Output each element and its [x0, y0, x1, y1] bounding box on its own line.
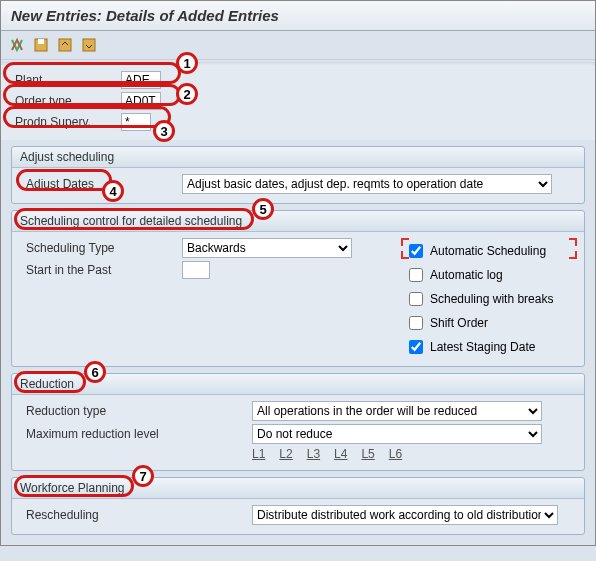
workforce-header: Workforce Planning — [12, 478, 584, 499]
level-l4: L4 — [334, 447, 347, 461]
plant-input[interactable] — [121, 71, 161, 89]
adjust-scheduling-group: Adjust scheduling Adjust Dates Adjust ba… — [11, 146, 585, 204]
prodn-superv-label: Prodn Superv. — [11, 113, 121, 131]
adjust-scheduling-header: Adjust scheduling — [12, 147, 584, 168]
shift-order-label: Shift Order — [430, 316, 488, 330]
save-as-icon[interactable] — [57, 37, 73, 53]
level-l6: L6 — [389, 447, 402, 461]
rescheduling-label: Rescheduling — [22, 506, 252, 524]
scheduling-breaks-checkbox[interactable] — [409, 292, 423, 306]
title-bar: New Entries: Details of Added Entries — [1, 1, 595, 31]
scheduling-control-header: Scheduling control for detailed scheduli… — [12, 211, 584, 232]
latest-staging-checkbox[interactable] — [409, 340, 423, 354]
svg-rect-2 — [59, 39, 71, 51]
scheduling-control-group: Scheduling control for detailed scheduli… — [11, 210, 585, 367]
automatic-log-label: Automatic log — [430, 268, 503, 282]
rescheduling-select[interactable]: Distribute distributed work according to… — [252, 505, 558, 525]
max-reduction-label: Maximum reduction level — [22, 425, 252, 443]
prodn-superv-input[interactable] — [121, 113, 151, 131]
shift-order-checkbox[interactable] — [409, 316, 423, 330]
scheduling-type-select[interactable]: Backwards — [182, 238, 352, 258]
toggle-icon[interactable] — [9, 37, 25, 53]
adjust-dates-label: Adjust Dates — [22, 175, 182, 193]
automatic-scheduling-checkbox[interactable] — [409, 244, 423, 258]
header-form: Plant 1 Order type 2 Prodn Superv. 3 — [1, 65, 595, 140]
plant-label: Plant — [11, 71, 121, 89]
reduction-type-label: Reduction type — [22, 402, 252, 420]
svg-rect-1 — [38, 39, 44, 44]
level-l2: L2 — [279, 447, 292, 461]
svg-rect-3 — [83, 39, 95, 51]
scheduling-type-label: Scheduling Type — [22, 239, 182, 257]
automatic-log-checkbox[interactable] — [409, 268, 423, 282]
export-icon[interactable] — [81, 37, 97, 53]
level-l3: L3 — [307, 447, 320, 461]
adjust-dates-select[interactable]: Adjust basic dates, adjust dep. reqmts t… — [182, 174, 552, 194]
reduction-type-select[interactable]: All operations in the order will be redu… — [252, 401, 542, 421]
scheduling-breaks-label: Scheduling with breaks — [430, 292, 553, 306]
order-type-label: Order type — [11, 92, 121, 110]
level-l5: L5 — [361, 447, 374, 461]
automatic-scheduling-label: Automatic Scheduling — [430, 244, 546, 258]
workforce-group: Workforce Planning 7 Rescheduling Distri… — [11, 477, 585, 535]
level-l1: L1 — [252, 447, 265, 461]
save-icon[interactable] — [33, 37, 49, 53]
reduction-group: Reduction 6 Reduction type All operation… — [11, 373, 585, 471]
toolbar — [1, 31, 595, 60]
order-type-input[interactable] — [121, 92, 161, 110]
max-reduction-select[interactable]: Do not reduce — [252, 424, 542, 444]
page-title: New Entries: Details of Added Entries — [11, 7, 279, 24]
start-past-input[interactable] — [182, 261, 210, 279]
reduction-header: Reduction — [12, 374, 584, 395]
start-past-label: Start in the Past — [22, 261, 182, 279]
latest-staging-label: Latest Staging Date — [430, 340, 535, 354]
